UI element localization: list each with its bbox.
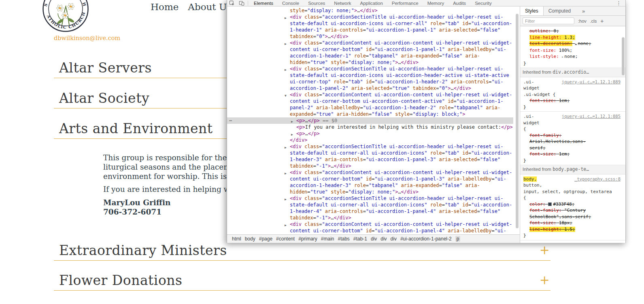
screen: CATHOLIC CHURCH S H: [0, 0, 644, 304]
accordion-header-extraordinary-ministers[interactable]: Extraordinary Ministers+: [54, 242, 550, 261]
expand-plus-icon[interactable]: +: [540, 272, 550, 288]
elements-tree-row[interactable]: ▶<div class="accordionSectionTitle ui-ac…: [227, 143, 513, 169]
devtools-menu-icon[interactable]: ⋮: [612, 0, 625, 6]
elements-tree-row[interactable]: ▶<div class="accordionContent ui-accordi…: [227, 40, 513, 66]
new-style-rule-icon[interactable]: +: [600, 18, 604, 24]
css-declaration[interactable]: SchoolBook",sans-serif;: [523, 214, 623, 220]
css-declaration[interactable]: Arial,Helvetica,sans-: [523, 138, 623, 145]
css-declaration[interactable]: font-size: 1em;: [523, 98, 623, 104]
elements-tree-row[interactable]: ▶<div class="accordionSectionTitle ui-ac…: [227, 14, 513, 40]
expand-arrow-icon[interactable]: ▶: [285, 145, 287, 151]
shorthand-expander-icon[interactable]: ▸: [561, 55, 563, 59]
elements-scrollbar[interactable]: [516, 14, 519, 228]
shorthand-expander-icon[interactable]: ▸: [575, 42, 577, 46]
pseudo-state-toggle[interactable]: :hov: [578, 19, 587, 23]
breadcrumb-item[interactable]: body: [245, 236, 255, 242]
styles-scrollbar[interactable]: [622, 37, 625, 75]
rule-closing-brace: }: [523, 104, 623, 111]
devtools-tab-application[interactable]: Application: [356, 0, 387, 6]
accordion-title: Altar Servers: [59, 60, 152, 77]
styles-sidebar: Styles Computed » :hov .cls + outline: 0…: [520, 6, 625, 243]
expand-arrow-icon[interactable]: ▶: [285, 67, 287, 73]
church-seal-logo: CATHOLIC CHURCH S H: [42, 0, 89, 36]
rule-selector-line: input, select, optgroup, textarea: [523, 189, 623, 195]
elements-tree-row[interactable]: <p>If you are interested in helping with…: [227, 124, 513, 130]
expand-arrow-icon[interactable]: ▶: [285, 222, 287, 229]
breadcrumb-item[interactable]: div: [391, 236, 397, 242]
expand-plus-icon[interactable]: +: [540, 242, 550, 258]
breadcrumb-item[interactable]: #page: [259, 236, 272, 242]
contact-email-link[interactable]: dbwilkinson@live.com: [54, 35, 120, 41]
tab-styles[interactable]: Styles: [520, 6, 544, 15]
stylesheet-source-link[interactable]: jquery-ui.c…=1.12.1:889: [562, 79, 621, 85]
elements-tree-row[interactable]: ▶<div class="accordionContent ui-accordi…: [227, 221, 513, 234]
css-declaration[interactable]: serif;: [523, 145, 623, 151]
devtools-tab-sources[interactable]: Sources: [304, 0, 329, 6]
console-reference-label: == $0: [320, 118, 337, 123]
breadcrumb-item[interactable]: #content: [276, 236, 295, 242]
css-declaration[interactable]: font-size: 100%;: [523, 47, 623, 54]
breadcrumb-item[interactable]: #tabs: [338, 236, 350, 242]
css-declaration[interactable]: outline: 0;: [523, 28, 623, 34]
elements-tree-row[interactable]: ▼<div class="accordionContent ui-accordi…: [227, 91, 513, 117]
tab-computed[interactable]: Computed: [544, 6, 576, 15]
stylesheet-source-link[interactable]: jquery-ui.c…=1.12.1:885: [562, 113, 621, 120]
breadcrumb-item[interactable]: div: [380, 236, 387, 242]
css-declaration[interactable]: line-height: 1.5;: [523, 226, 623, 233]
color-swatch[interactable]: [548, 202, 552, 206]
breadcrumb-item[interactable]: p: [455, 236, 461, 242]
devtools-tab-console[interactable]: Console: [278, 0, 304, 6]
breadcrumb-item[interactable]: #main: [321, 236, 334, 242]
css-declaration[interactable]: font-family: "Century: [523, 207, 623, 214]
breadcrumb-item[interactable]: #ui-accordion-1-panel-2: [400, 236, 452, 242]
breadcrumb-item[interactable]: html: [232, 236, 241, 242]
elements-tree-row[interactable]: ▶<div class="accordionSectionTitle ui-ac…: [227, 195, 513, 221]
rule-selector-line: widget: [523, 120, 623, 126]
expand-arrow-icon[interactable]: ▶: [285, 41, 287, 47]
elements-tree-row[interactable]: ▶⋯<p>…</p> == $0: [227, 117, 513, 124]
node-menu-dots-icon[interactable]: ⋯: [229, 117, 232, 124]
collapse-arrow-icon[interactable]: ▼: [285, 93, 287, 99]
elements-tree-row[interactable]: style="display: none;">…</div>: [227, 7, 513, 14]
nav-item-home[interactable]: Home: [151, 2, 179, 12]
device-toolbar-icon[interactable]: [237, 0, 247, 6]
devtools-tab-memory[interactable]: Memory: [423, 0, 449, 6]
stylesheet-source-link[interactable]: _typography.scss:8: [574, 176, 621, 183]
elements-tree-row[interactable]: </div>: [227, 137, 513, 143]
style-rule: outline: 0;line-height: 1.3;text-decorat…: [520, 26, 625, 68]
accordion-title: Altar Society: [59, 90, 149, 107]
nav-item-about-us[interactable]: About Us: [188, 2, 232, 12]
inherited-target-link[interactable]: div.accordio…: [553, 69, 589, 75]
css-declaration[interactable]: list-style: ▸none;: [523, 53, 623, 60]
devtools-tab-elements[interactable]: Elements: [249, 0, 278, 6]
devtools-tabbar: ElementsConsoleSourcesNetworkApplication…: [249, 0, 496, 6]
expand-arrow-icon[interactable]: ▶: [285, 15, 287, 21]
devtools-tab-network[interactable]: Network: [329, 0, 355, 6]
element-class-toggle[interactable]: .cls: [590, 19, 597, 23]
inherited-from-header: Inherited from div.accordio…: [520, 68, 625, 77]
inherited-target-link[interactable]: body.page-te…: [553, 166, 589, 172]
expand-arrow-icon[interactable]: ▶: [285, 170, 287, 177]
css-declaration[interactable]: color: #333F48;: [523, 201, 623, 208]
breadcrumb-item[interactable]: #tab-1: [353, 236, 367, 242]
elements-tree-row[interactable]: ▶<p>…</p>: [227, 130, 513, 137]
elements-tree-row[interactable]: ▶<div class="accordionSectionTitle ui-ac…: [227, 66, 513, 91]
css-declaration[interactable]: font-size: 1em;: [523, 151, 623, 157]
breadcrumb-item[interactable]: div: [371, 236, 377, 242]
style-rule: jquery-ui.c…=1.12.1:889.ui-widget.ui-wid…: [520, 77, 625, 112]
elements-tree-row[interactable]: ▶<div class="accordionContent ui-accordi…: [227, 169, 513, 195]
devtools-tab-security[interactable]: Security: [470, 0, 496, 6]
css-declaration[interactable]: font-size: 18px;: [523, 220, 623, 226]
style-rule: _typography.scss:8body,button,input, sel…: [520, 174, 625, 240]
css-declaration[interactable]: line-height: 1.3;: [523, 34, 623, 41]
css-declaration[interactable]: font-family:: [523, 132, 623, 139]
inspect-element-icon[interactable]: [227, 0, 237, 6]
styles-filter-input[interactable]: [523, 17, 574, 24]
breadcrumb-item[interactable]: #primary: [298, 236, 317, 242]
devtools-tab-performance[interactable]: Performance: [387, 0, 423, 6]
expand-arrow-icon[interactable]: ▶: [285, 196, 287, 203]
more-tabs-icon[interactable]: »: [582, 8, 585, 14]
devtools-tab-audits[interactable]: Audits: [448, 0, 470, 6]
accordion-header-flower-donations[interactable]: Flower Donations+: [54, 272, 550, 291]
css-declaration[interactable]: text-decoration: ▸none;: [523, 40, 623, 47]
